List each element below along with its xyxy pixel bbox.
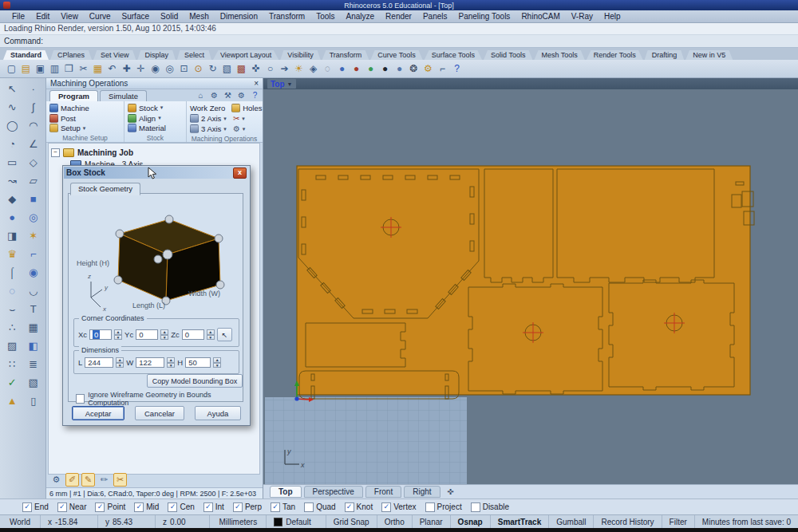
layer-cell[interactable]: Default xyxy=(267,515,326,529)
post-button[interactable]: Post xyxy=(49,113,120,124)
osnap-cen-checkbox[interactable] xyxy=(168,502,177,512)
curve-interpolate-icon[interactable]: ↝ xyxy=(2,173,23,188)
toggle-planar[interactable]: Planar xyxy=(413,515,451,529)
lock-icon[interactable]: ◈ xyxy=(306,62,320,76)
toolbar-tab-new-in-v5[interactable]: New in V5 xyxy=(685,50,733,60)
osnap-vertex[interactable]: Vertex xyxy=(381,502,416,512)
menu-mesh[interactable]: Mesh xyxy=(184,11,214,22)
ignore-wireframe-checkbox[interactable] xyxy=(76,394,85,404)
width-field[interactable]: 122 xyxy=(136,357,164,368)
viewport-top[interactable]: Top ▼ xyxy=(263,78,798,484)
viewport-tab-right[interactable]: Right xyxy=(404,486,440,498)
osnap-end[interactable]: End xyxy=(22,502,49,512)
command-prompt[interactable]: Command: xyxy=(0,35,798,48)
toggle-filter[interactable]: Filter xyxy=(662,515,695,529)
stock-button[interactable]: Stock ▾ xyxy=(128,103,183,113)
object-snap-icon[interactable]: ✜ xyxy=(249,62,263,76)
toggle-record-history[interactable]: Record History xyxy=(594,515,662,529)
help-icon[interactable]: ? xyxy=(250,90,260,100)
menu-paneling-tools[interactable]: Paneling Tools xyxy=(453,11,516,22)
curve-freeform-icon[interactable]: ∿ xyxy=(2,100,23,115)
osnap-quad[interactable]: Quad xyxy=(304,502,335,512)
yc-spinner[interactable]: ▲▼ xyxy=(160,329,168,340)
cancelar-button[interactable]: Cancelar xyxy=(135,406,184,420)
simulation-tools-icon[interactable]: ✂ xyxy=(113,473,127,487)
select-pointer-icon[interactable]: ↖ xyxy=(2,81,23,97)
setup-button[interactable]: Setup ▾ xyxy=(49,123,120,133)
visibility-check-icon[interactable]: ✓ xyxy=(2,375,23,390)
length-spinner[interactable]: ▲▼ xyxy=(116,357,124,368)
osnap-point-checkbox[interactable] xyxy=(95,502,105,512)
solid-box-icon[interactable]: ■ xyxy=(23,191,45,207)
fillet-edge-icon[interactable]: ⌐ xyxy=(23,246,45,262)
curve-control-points-icon[interactable]: ∫ xyxy=(23,100,45,115)
menu-curve[interactable]: Curve xyxy=(84,11,117,22)
osnap-int[interactable]: Int xyxy=(203,502,224,512)
osnap-project-checkbox[interactable] xyxy=(425,502,435,512)
osnap-mid[interactable]: Mid xyxy=(134,502,159,512)
ellipse-icon[interactable]: ◔ xyxy=(2,136,23,152)
menu-transform[interactable]: Transform xyxy=(263,11,310,22)
machining-prefs-icon[interactable]: ⚙ xyxy=(209,90,219,100)
menu-surface[interactable]: Surface xyxy=(117,11,155,22)
dialog-close-icon[interactable]: x xyxy=(233,167,247,179)
pipe-tool-icon[interactable]: ⌠ xyxy=(2,265,23,280)
cut-icon[interactable]: ✂ xyxy=(77,62,90,76)
osnap-knot[interactable]: Knot xyxy=(345,502,373,512)
cylinder-tool-icon[interactable]: ▯ xyxy=(23,393,45,408)
shaded-display-icon[interactable]: ● xyxy=(335,62,349,76)
toolbar-tab-surface-tools[interactable]: Surface Tools xyxy=(425,50,482,60)
solid-sphere-icon[interactable]: ● xyxy=(2,210,23,225)
tree-item-machining-job[interactable]: − Machining Job xyxy=(51,147,257,159)
link-cplane-icon[interactable]: ⌐ xyxy=(436,62,449,76)
toolbar-tab-set-view[interactable]: Set View xyxy=(93,50,136,60)
osnap-tan-checkbox[interactable] xyxy=(271,502,280,512)
tab-program[interactable]: Program xyxy=(49,90,98,101)
work-zero-button[interactable]: Work Zero xyxy=(190,103,225,113)
toolbar-tab-select[interactable]: Select xyxy=(177,50,211,60)
block-tools-icon[interactable]: ▦ xyxy=(23,320,45,335)
toolbar-tab-visibility[interactable]: Visibility xyxy=(280,50,320,60)
menu-file[interactable]: File xyxy=(6,11,30,22)
home-icon[interactable]: ⌂ xyxy=(196,90,206,100)
viewport-layout-icon[interactable]: ▧ xyxy=(220,62,234,76)
toolbar-tab-transform[interactable]: Transform xyxy=(322,50,369,60)
surface-loft-icon[interactable]: ◆ xyxy=(2,191,23,207)
blend-curve-icon[interactable]: ◡ xyxy=(23,283,45,298)
menu-panels[interactable]: Panels xyxy=(417,11,453,22)
tab-stock-geometry[interactable]: Stock Geometry xyxy=(70,183,140,195)
osnap-project[interactable]: Project xyxy=(425,502,462,512)
menu-view[interactable]: View xyxy=(55,11,84,22)
more-operations-button[interactable]: ⚙ ▾ xyxy=(233,124,245,134)
paste-icon[interactable]: ▦ xyxy=(91,62,105,76)
ayuda-button[interactable]: Ayuda xyxy=(195,406,241,420)
height-field[interactable]: 50 xyxy=(185,357,211,368)
osnap-end-checkbox[interactable] xyxy=(22,502,32,512)
array-tools-icon[interactable]: ≣ xyxy=(23,357,45,372)
post-tools-icon[interactable]: ⚒ xyxy=(223,90,233,100)
osnap-cen[interactable]: Cen xyxy=(168,502,194,512)
deform-tools-icon[interactable]: ✶ xyxy=(23,228,45,243)
stock-visibility-icon[interactable]: ⚙ xyxy=(49,473,63,487)
toggle-ortho[interactable]: Ortho xyxy=(377,515,413,529)
lamp-icon[interactable]: ☀ xyxy=(292,62,306,76)
viewport-tab-perspective[interactable]: Perspective xyxy=(304,486,363,498)
toolbar-tab-curve-tools[interactable]: Curve Tools xyxy=(370,50,422,60)
analyze-direction-icon[interactable]: ➔ xyxy=(278,62,291,76)
ignore-wireframe-row[interactable]: Ignore Wireframe Geometry in Bounds Comp… xyxy=(76,391,243,407)
wireframe-display-icon[interactable]: ◌ xyxy=(321,62,334,76)
render-settings-icon[interactable]: ⚙ xyxy=(421,62,435,76)
circle-tool-icon[interactable]: ○ xyxy=(263,62,277,76)
three-axis-button[interactable]: 3 Axis ▾ xyxy=(190,124,227,134)
cplane-tool-icon[interactable]: ▧ xyxy=(23,375,45,390)
osnap-near-checkbox[interactable] xyxy=(57,502,67,512)
material-button[interactable]: Material xyxy=(128,123,183,133)
cad-stock-sheet[interactable] xyxy=(297,166,750,395)
osnap-perp-checkbox[interactable] xyxy=(233,502,243,512)
viewport-canvas[interactable]: y x xyxy=(263,89,798,484)
copy-model-bounding-box-button[interactable]: Copy Model Bounding Box xyxy=(147,374,243,388)
osnap-knot-checkbox[interactable] xyxy=(345,502,354,512)
toolbar-tab-display[interactable]: Display xyxy=(137,50,176,60)
toggle-grid-snap[interactable]: Grid Snap xyxy=(326,515,377,529)
engrave-button[interactable]: ✂ ▾ xyxy=(233,113,245,124)
